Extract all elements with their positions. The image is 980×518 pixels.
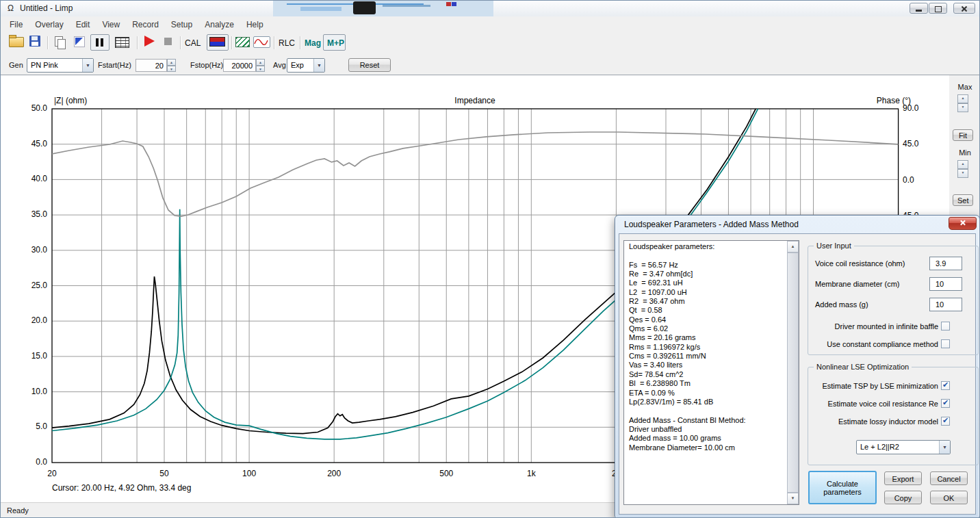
export-button[interactable]: Export xyxy=(884,471,922,485)
infinite-baffle-label: Driver mounted in infinite baffle xyxy=(813,322,938,331)
spin-up-icon[interactable]: ▲ xyxy=(957,94,968,103)
open-file-icon[interactable] xyxy=(9,37,24,47)
calculate-parameters-button[interactable]: Calculate parameters xyxy=(808,471,877,504)
cancel-button[interactable]: Cancel xyxy=(930,471,968,485)
avg-label: Avg xyxy=(273,61,286,69)
pause-icon xyxy=(96,38,99,47)
inductor-model-select[interactable]: Le + L2||R2 ▼ xyxy=(856,440,951,454)
menu-item[interactable]: Edit xyxy=(70,18,96,31)
rlc-mode-button[interactable]: RLC xyxy=(279,38,295,48)
set-button[interactable]: Set xyxy=(953,194,973,206)
listbox-scrollbar[interactable]: ▲ ▼ xyxy=(787,241,799,504)
calibrate-button[interactable]: CAL xyxy=(185,38,201,48)
fstart-label: Fstart(Hz) xyxy=(98,61,131,69)
left-axis-tick-label: 15.0 xyxy=(20,351,47,361)
infinite-baffle-checkbox[interactable] xyxy=(941,322,950,331)
fstop-label: Fstop(Hz) xyxy=(190,61,223,69)
left-axis-tick-label: 20.0 xyxy=(20,315,47,325)
aero-glass-artifact xyxy=(273,1,493,16)
generator-type-value: PN Pink xyxy=(31,61,58,69)
fstop-stepper[interactable]: ▲▼ xyxy=(256,59,265,72)
max-label: Max xyxy=(950,83,980,91)
scroll-down-icon[interactable]: ▼ xyxy=(787,493,799,504)
chevron-down-icon: ▼ xyxy=(313,59,324,72)
menu-item[interactable]: Help xyxy=(240,18,270,31)
averaging-value: Exp xyxy=(291,61,304,69)
spin-up-icon[interactable]: ▲ xyxy=(957,160,968,169)
spin-down-icon[interactable]: ▼ xyxy=(957,169,968,178)
parameter-line: Re = 3.47 ohm[dc] xyxy=(629,270,786,279)
right-axis-tick-label: 0.0 xyxy=(903,175,914,185)
restore-icon xyxy=(935,6,942,12)
fstart-input[interactable] xyxy=(136,59,167,72)
min-stepper[interactable]: ▲▼ xyxy=(957,160,968,178)
menu-item[interactable]: Record xyxy=(126,18,165,31)
left-axis-tick-label: 35.0 xyxy=(20,209,47,219)
parameter-line: Lp(2.83V/1m) = 85.41 dB xyxy=(629,398,786,406)
parameters-listbox[interactable]: Loudspeaker parameters: Fs = 56.57 HzRe … xyxy=(623,240,799,505)
added-mass-input[interactable] xyxy=(929,298,962,311)
parameter-line: Membrane Diameter= 10.00 cm xyxy=(629,443,786,452)
bw-background-icon[interactable] xyxy=(74,36,85,47)
close-icon xyxy=(961,5,968,12)
menu-item[interactable]: Overlay xyxy=(29,18,69,31)
parameter-line: Vas = 3.40 liters xyxy=(629,361,786,370)
record-play-icon[interactable] xyxy=(144,36,155,47)
menu-item[interactable]: Analyze xyxy=(198,18,240,31)
parameter-line: L2 = 1097.00 uH xyxy=(629,288,786,297)
close-button[interactable] xyxy=(953,3,975,14)
spin-down-icon[interactable]: ▼ xyxy=(167,66,176,73)
parameter-line xyxy=(629,251,786,260)
generator-type-select[interactable]: PN Pink ▼ xyxy=(27,58,94,73)
minimize-button[interactable] xyxy=(910,3,928,14)
menu-item[interactable]: File xyxy=(3,18,29,31)
loudspeaker-parameters-dialog: Loudspeaker Parameters - Added Mass Meth… xyxy=(615,215,980,518)
restore-button[interactable] xyxy=(929,3,947,14)
cursor-readout: Cursor: 20.00 Hz, 4.92 Ohm, 33.4 deg xyxy=(52,483,191,493)
spin-down-icon[interactable]: ▼ xyxy=(256,66,265,73)
parameter-line: Bl = 6.238980 Tm xyxy=(629,379,786,388)
pause-toggle-button[interactable] xyxy=(90,34,109,51)
save-file-icon[interactable] xyxy=(29,36,40,47)
magnitude-view-button[interactable]: Mag xyxy=(305,38,321,48)
spin-up-icon[interactable]: ▲ xyxy=(256,59,265,66)
added-mass-label: Added mass (g) xyxy=(815,300,868,309)
membrane-diameter-input[interactable] xyxy=(929,277,962,291)
copy-icon[interactable] xyxy=(55,36,63,47)
voice-coil-resistance-input[interactable] xyxy=(929,257,962,270)
menu-item[interactable]: View xyxy=(96,18,126,31)
spin-up-icon[interactable]: ▲ xyxy=(167,59,176,66)
ok-button[interactable]: OK xyxy=(930,491,968,504)
averaging-select[interactable]: Exp ▼ xyxy=(287,58,325,73)
lse-legend: Nonlinear LSE Optimization xyxy=(814,363,912,371)
menu-item[interactable]: Setup xyxy=(165,18,198,31)
fstart-stepper[interactable]: ▲▼ xyxy=(167,59,176,72)
parameter-line: Driver unbaffled xyxy=(629,425,786,434)
left-axis-tick-label: 45.0 xyxy=(20,139,47,148)
stop-icon[interactable] xyxy=(164,38,172,45)
dialog-close-button[interactable] xyxy=(949,217,977,230)
reset-button[interactable]: Reset xyxy=(348,58,391,72)
parameter-line: ETA = 0.09 % xyxy=(629,389,786,398)
parameter-line: Sd= 78.54 cm^2 xyxy=(629,370,786,379)
title-bar: Ω Untitled - Limp xyxy=(1,1,980,16)
x-axis-tick-label: 20 xyxy=(38,469,66,478)
sine-generator-icon[interactable] xyxy=(253,36,270,48)
max-stepper[interactable]: ▲▼ xyxy=(957,94,968,112)
fstop-input[interactable] xyxy=(223,59,256,72)
close-icon xyxy=(959,220,966,226)
status-text: Ready xyxy=(7,506,29,515)
parameter-line: Cms = 0.392611 mm/N xyxy=(629,352,786,361)
constant-compliance-checkbox[interactable] xyxy=(941,339,950,348)
estimate-re-checkbox[interactable] xyxy=(941,399,950,408)
copy-button[interactable]: Copy xyxy=(884,491,922,504)
green-hatch-icon[interactable] xyxy=(235,37,250,47)
parameter-line: Mms = 20.16 grams xyxy=(629,333,786,342)
estimate-tsp-checkbox[interactable] xyxy=(941,381,950,390)
table-view-icon[interactable] xyxy=(115,37,129,48)
estimate-lossy-checkbox[interactable] xyxy=(941,417,950,426)
scroll-up-icon[interactable]: ▲ xyxy=(787,241,799,252)
spin-down-icon[interactable]: ▼ xyxy=(957,103,968,112)
fit-button[interactable]: Fit xyxy=(953,129,973,141)
scrollbar-thumb[interactable] xyxy=(787,252,799,493)
